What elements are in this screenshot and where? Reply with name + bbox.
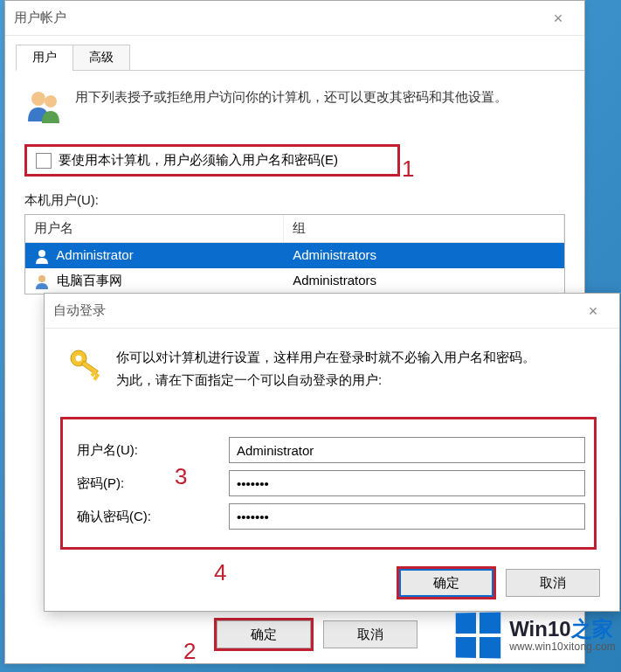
username-label: 用户名(U): — [63, 442, 229, 459]
col-group[interactable]: 组 — [284, 215, 564, 242]
row-username: Administrator — [56, 247, 133, 262]
row-group: Administrators — [284, 271, 564, 291]
require-password-label: 要使用本计算机，用户必须输入用户名和密码(E) — [59, 152, 338, 169]
key-icon — [67, 346, 104, 383]
password-field[interactable] — [229, 470, 585, 496]
close-icon[interactable]: × — [541, 5, 576, 31]
local-users-label: 本机用户(U): — [24, 192, 565, 209]
dialog-intro: 你可以对计算机进行设置，这样用户在登录时就不必输入用户名和密码。 为此，请在下面… — [116, 346, 535, 391]
row-group: Administrators — [284, 246, 564, 266]
require-password-checkbox-row: 要使用本计算机，用户必须输入用户名和密码(E) — [24, 144, 400, 177]
window-title: 自动登录 — [53, 302, 106, 319]
cancel-button[interactable]: 取消 — [323, 620, 417, 648]
ok-button[interactable]: 确定 — [399, 569, 493, 597]
svg-point-5 — [76, 356, 82, 362]
tabs: 用户 高级 — [16, 45, 584, 71]
password-label: 密码(P): — [63, 475, 229, 492]
window-title: 用户帐户 — [14, 10, 66, 26]
watermark: Win10之家 www.win10xitong.com — [455, 613, 616, 658]
col-username[interactable]: 用户名 — [25, 215, 284, 242]
intro-line2: 为此，请在下面指定一个可以自动登录的用户: — [116, 369, 535, 391]
cancel-button[interactable]: 取消 — [506, 569, 600, 597]
annotation-1: 1 — [402, 156, 414, 183]
dialog-body: 你可以对计算机进行设置，这样用户在登录时就不必输入用户名和密码。 为此，请在下面… — [45, 329, 619, 567]
confirm-password-field[interactable] — [229, 503, 585, 530]
close-icon[interactable]: × — [576, 298, 611, 324]
table-header: 用户名 组 — [25, 215, 564, 243]
tab-advanced[interactable]: 高级 — [72, 45, 130, 71]
credentials-form: 用户名(U): 密码(P): 确认密码(C): — [60, 417, 597, 550]
annotation-4: 4 — [214, 559, 226, 586]
svg-point-1 — [45, 95, 57, 107]
user-icon — [34, 248, 50, 264]
svg-point-2 — [38, 250, 45, 257]
intro-line1: 你可以对计算机进行设置，这样用户在登录时就不必输入用户名和密码。 — [116, 346, 535, 369]
titlebar: 用户帐户 × — [5, 1, 584, 36]
dialog-buttons: 确定 取消 — [45, 567, 619, 613]
auto-login-window: 自动登录 × 你可以对计算机进行设置，这样用户在登录时就不必输入用户名和密码。 … — [44, 293, 620, 612]
svg-point-0 — [31, 92, 45, 106]
confirm-password-label: 确认密码(C): — [63, 509, 229, 525]
ok-button[interactable]: 确定 — [217, 620, 311, 648]
watermark-brand: Win10之家 — [509, 618, 616, 641]
table-row[interactable]: Administrator Administrators — [25, 243, 564, 268]
user-icon — [34, 274, 50, 289]
row-username: 电脑百事网 — [57, 273, 122, 288]
annotation-2: 2 — [183, 638, 196, 665]
tab-users[interactable]: 用户 — [16, 45, 73, 71]
intro-text: 用下列表授予或拒绝用户访问你的计算机，还可以更改其密码和其他设置。 — [75, 87, 507, 125]
table-row[interactable]: 电脑百事网 Administrators — [25, 268, 564, 294]
windows-logo-icon — [456, 613, 501, 659]
username-field[interactable] — [229, 437, 585, 463]
require-password-checkbox[interactable] — [36, 153, 52, 169]
annotation-3: 3 — [175, 463, 187, 490]
users-icon — [24, 87, 63, 125]
titlebar: 自动登录 × — [45, 294, 619, 329]
svg-point-3 — [38, 275, 45, 282]
watermark-url: www.win10xitong.com — [509, 641, 616, 653]
back-window-buttons: 确定 取消 — [217, 620, 417, 648]
content-area: 用下列表授予或拒绝用户访问你的计算机，还可以更改其密码和其他设置。 要使用本计算… — [5, 71, 584, 310]
users-table: 用户名 组 Administrator Administrators 电脑百事 — [24, 214, 565, 294]
